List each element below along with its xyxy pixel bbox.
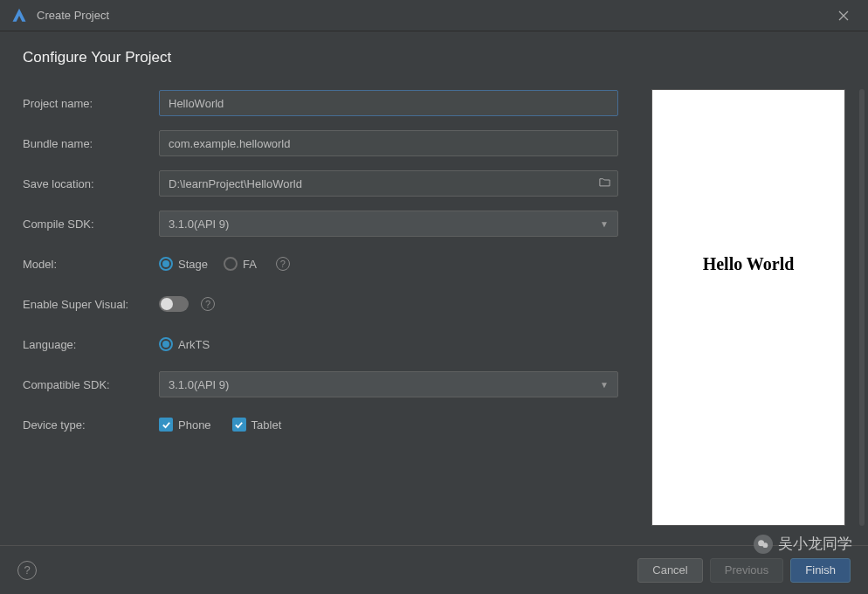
compile-sdk-row: Compile SDK: 3.1.0(API 9) ▼ (23, 210, 618, 238)
model-label: Model: (23, 258, 159, 271)
model-radio-fa[interactable]: FA (224, 257, 257, 271)
project-name-input[interactable] (159, 90, 618, 116)
radio-icon (224, 257, 238, 271)
close-button[interactable] (830, 3, 858, 28)
main-content: Configure Your Project Project name: Bun… (0, 31, 868, 545)
language-radio-arkts[interactable]: ArkTS (159, 337, 210, 351)
chevron-down-icon: ▼ (600, 219, 609, 229)
finish-button[interactable]: Finish (790, 558, 851, 583)
enable-super-visual-toggle[interactable] (159, 296, 189, 312)
model-stage-label: Stage (178, 258, 208, 271)
compatible-sdk-row: Compatible SDK: 3.1.0(API 9) ▼ (23, 370, 618, 398)
browse-folder-button[interactable] (598, 176, 611, 192)
form-panel: Project name: Bundle name: Save location… (23, 89, 618, 536)
device-phone-label: Phone (178, 418, 211, 432)
page-header: Configure Your Project (23, 49, 845, 66)
checkbox-icon (232, 418, 246, 432)
model-help-button[interactable]: ? (276, 257, 290, 271)
language-arkts-label: ArkTS (178, 338, 210, 351)
preview-panel: Hello World (651, 89, 845, 536)
chevron-down-icon: ▼ (600, 380, 609, 390)
compatible-sdk-label: Compatible SDK: (23, 378, 159, 391)
folder-icon (598, 176, 611, 189)
close-icon (838, 10, 849, 21)
device-tablet-label: Tablet (251, 418, 282, 432)
previous-button[interactable]: Previous (710, 558, 784, 583)
compatible-sdk-value: 3.1.0(API 9) (169, 378, 229, 391)
title-bar: Create Project (0, 0, 868, 31)
checkbox-icon (159, 418, 173, 432)
compile-sdk-label: Compile SDK: (23, 218, 159, 231)
project-name-label: Project name: (23, 97, 159, 110)
save-location-input[interactable] (159, 170, 618, 197)
device-preview: Hello World (651, 89, 845, 526)
device-type-label: Device type: (23, 418, 159, 432)
compile-sdk-select[interactable]: 3.1.0(API 9) ▼ (159, 211, 618, 237)
device-phone-checkbox[interactable]: Phone (159, 418, 211, 432)
language-label: Language: (23, 338, 159, 351)
help-button[interactable]: ? (17, 561, 37, 580)
save-location-row: Save location: (23, 169, 618, 197)
language-row: Language: ArkTS (23, 330, 618, 358)
app-logo-icon (10, 7, 28, 24)
save-location-label: Save location: (23, 177, 159, 190)
preview-content: Hello World (703, 254, 795, 274)
model-radio-stage[interactable]: Stage (159, 257, 208, 271)
cancel-button[interactable]: Cancel (637, 558, 702, 583)
device-type-row: Device type: Phone Tablet (23, 411, 618, 439)
bundle-name-label: Bundle name: (23, 137, 159, 150)
scrollbar[interactable] (859, 89, 865, 526)
bundle-name-input[interactable] (159, 130, 618, 156)
radio-icon (159, 257, 173, 271)
model-fa-label: FA (243, 258, 257, 271)
enable-super-visual-help-button[interactable]: ? (201, 297, 215, 311)
enable-super-visual-row: Enable Super Visual: ? (23, 290, 618, 318)
radio-icon (159, 337, 173, 351)
footer: ? Cancel Previous Finish (0, 545, 868, 594)
compatible-sdk-select[interactable]: 3.1.0(API 9) ▼ (159, 371, 618, 397)
window-title: Create Project (37, 9, 830, 22)
device-tablet-checkbox[interactable]: Tablet (232, 418, 282, 432)
enable-super-visual-label: Enable Super Visual: (23, 298, 159, 311)
project-name-row: Project name: (23, 89, 618, 117)
bundle-name-row: Bundle name: (23, 129, 618, 157)
compile-sdk-value: 3.1.0(API 9) (169, 218, 229, 231)
model-row: Model: Stage FA ? (23, 250, 618, 278)
